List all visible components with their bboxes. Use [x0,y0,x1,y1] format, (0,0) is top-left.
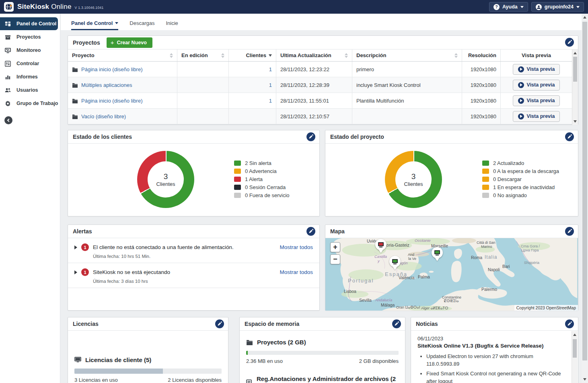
edit-panel-icon[interactable] [565,227,574,236]
gear-icon [4,100,11,107]
user-menu-button[interactable]: grupoinfo24 [531,2,584,12]
legend-item: 0 Advertencia [234,167,290,175]
project-link[interactable]: Página inicio (diseño libre) [81,98,142,104]
create-new-button[interactable]: + Crear Nuevo [107,37,152,48]
news-bullet: Updated Electron to version 27 with chro… [426,353,567,368]
alert-row: 1 SiteKiosk no se está ejecutando Mostra… [68,263,319,288]
scroll-up-icon[interactable] [573,334,576,336]
sidebar-item-panel-de-control[interactable]: Panel de Control [0,17,58,30]
alert-last-date: Última fecha: 10 hrs 51 Min. [93,254,313,259]
sidebar-item-usuarios[interactable]: Usuarios [0,84,60,97]
scroll-up-icon[interactable] [583,16,586,19]
map-zoom-out-button[interactable]: − [330,254,340,264]
edit-panel-icon[interactable] [392,319,401,328]
edit-panel-icon[interactable] [306,132,315,141]
edit-panel-icon[interactable] [306,227,315,236]
map-label: ⵇⵙⵏⵟⵉⵏⴰ [444,299,459,303]
sliders-icon [4,60,11,67]
map-label: Oran ⵡⴰⵀⵔⴰⵏ [396,305,420,309]
edit-panel-icon[interactable] [565,38,574,47]
table-scrollbar[interactable] [572,49,578,125]
scrollbar-thumb[interactable] [573,57,577,82]
sidebar-item-proyectos[interactable]: Proyectos [0,31,60,43]
scrollbar-thumb[interactable] [573,339,577,358]
page-scrollbar[interactable] [582,14,588,383]
edit-panel-icon[interactable] [215,319,224,328]
map-label: y [378,259,380,263]
edit-panel-icon[interactable] [565,319,574,328]
scroll-down-icon[interactable] [583,378,586,381]
vista-previa-button[interactable]: Vista previa [513,80,560,91]
expand-arrow-icon[interactable] [74,270,77,274]
map-label: Italia [485,254,497,260]
sidebar-item-informes[interactable]: Informes [0,70,60,83]
sidebar-item-grupo-de-trabajo[interactable]: Grupo de Trabajo [0,97,60,110]
sidebar-item-controlar[interactable]: Controlar [0,57,60,70]
cell-preview: Vista previa [501,93,572,108]
scroll-up-icon[interactable] [574,52,577,54]
table-row[interactable]: Página inicio (diseño libre) 1 28/11/202… [68,93,572,109]
sort-desc-icon[interactable] [269,54,272,57]
legend-item: 0 No asignado [482,191,559,199]
edit-panel-icon[interactable] [565,132,574,141]
vista-previa-button[interactable]: Vista previa [513,111,560,122]
map-label: Црна Гора [521,248,539,252]
cell-preview: Vista previa [501,77,572,93]
cell-project: Página inicio (diseño libre) [68,93,177,108]
licenses-progress-bar [74,369,222,374]
tab-strip: Panel de Control Descargas Inicie [61,14,582,30]
sidebar: Panel de Control Proyectos Monitoreo Con… [0,14,60,383]
sort-icon[interactable] [454,53,458,58]
tab-panel-de-control[interactable]: Panel de Control [71,20,118,30]
sidebar-item-monitoreo[interactable]: Monitoreo [0,44,60,57]
panel-title: Mapa [330,228,345,235]
panel-title: Licencias [73,321,99,327]
legend-item: 2 Actualizado [482,159,559,167]
sidebar-collapse-button[interactable] [4,116,12,124]
sort-icon[interactable] [345,53,348,58]
show-all-link[interactable]: Mostrar todos [280,244,313,250]
clients-donut-chart: 3 Clientes [137,151,194,208]
alerts-panel: Alertas 1 El cliente no está conectado a… [68,224,320,311]
cell-preview: Vista previa [501,109,572,124]
map-label: Portugal [348,278,374,284]
map-pin-red[interactable] [375,239,387,253]
scrollbar-thumb[interactable] [582,22,587,360]
project-link[interactable]: Vacío (diseño libre) [81,113,126,119]
tab-inicie[interactable]: Inicie [166,20,178,30]
scroll-down-icon[interactable] [574,120,577,123]
cell-editing [177,109,229,124]
sort-icon[interactable] [221,53,224,58]
expand-arrow-icon[interactable] [74,245,77,249]
legend-swatch [482,169,489,174]
map-pin-green[interactable] [432,247,443,262]
map-pin-green[interactable] [389,256,401,270]
cell-description: primero [352,62,462,77]
main-content: Proyectos + Crear Nuevo Proyecto En edic… [60,30,582,383]
map-label: Roma [471,255,482,260]
table-row[interactable]: Vacío (diseño libre) 28/11/2023, 12:10:5… [68,109,572,124]
donut-center: 3 Clientes [395,161,432,198]
map[interactable]: Uviéu Vitoria-Gasteiz Occitanie Marseill… [325,238,578,311]
show-all-link[interactable]: Mostrar todos [280,269,313,275]
storage-available: 2 GB disponibles [359,358,399,364]
legend-item: 1 Alerta [234,175,290,183]
tab-descargas[interactable]: Descargas [130,20,154,30]
map-label: Crna Gora / [521,244,540,248]
vista-previa-button[interactable]: Vista previa [513,64,560,75]
table-row[interactable]: Múltiples aplicaciones 1 28/11/2023, 12:… [68,77,572,93]
panel-title: Espacio de memoria [245,321,299,327]
legend-swatch [234,161,241,166]
play-icon [518,66,524,72]
news-scrollbar[interactable] [572,331,578,383]
vista-previa-button[interactable]: Vista previa [513,95,560,106]
help-button[interactable]: ? Ayuda [489,2,528,12]
map-label: la Ve [408,257,416,261]
sort-icon[interactable] [170,53,173,58]
project-link[interactable]: Página inicio (diseño libre) [81,66,142,72]
project-link[interactable]: Múltiples aplicaciones [81,82,132,88]
table-row[interactable]: Página inicio (diseño libre) 1 28/11/202… [68,62,572,77]
map-copyright: Copyright 2023 OpenStreetMap [514,305,578,311]
legend-item: 0 Descargar [482,175,559,183]
map-zoom-in-button[interactable]: + [330,242,340,252]
